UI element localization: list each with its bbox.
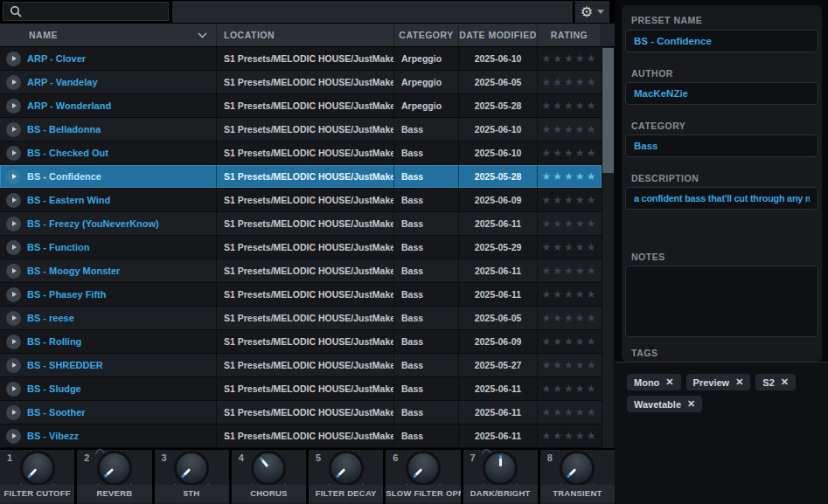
- play-preset-button[interactable]: [6, 335, 21, 349]
- search-box[interactable]: [3, 2, 169, 21]
- preset-rating-cell[interactable]: ★★★★★: [538, 330, 602, 353]
- preset-rating-cell[interactable]: ★★★★★: [538, 212, 602, 235]
- tag-chip[interactable]: Preview✕: [686, 374, 751, 390]
- column-header-category[interactable]: CATEGORY: [394, 24, 459, 46]
- preset-rating-cell[interactable]: ★★★★★: [538, 283, 602, 306]
- preset-rating-cell[interactable]: ★★★★★: [538, 236, 602, 259]
- preset-rating-cell[interactable]: ★★★★★: [538, 142, 602, 164]
- table-row[interactable]: BS - SludgeS1 Presets/MELODIC HOUSE/Just…: [0, 377, 602, 401]
- preset-name-cell: BS - Vibezz: [27, 425, 217, 447]
- play-preset-button[interactable]: [6, 405, 21, 420]
- notes-field[interactable]: [625, 266, 818, 337]
- list-scrollbar[interactable]: [602, 47, 614, 448]
- remove-tag-icon[interactable]: ✕: [687, 399, 695, 409]
- play-preset-button[interactable]: [6, 217, 21, 231]
- play-cell: [0, 425, 27, 447]
- secondary-search-input[interactable]: [172, 1, 573, 23]
- macro-knob[interactable]: [485, 453, 515, 483]
- author-label: AUTHOR: [631, 68, 673, 79]
- preset-rating-cell[interactable]: ★★★★★: [538, 94, 602, 117]
- macro-knob[interactable]: [23, 453, 52, 483]
- table-row[interactable]: BS - FunctionS1 Presets/MELODIC HOUSE/Ju…: [0, 236, 602, 259]
- preset-category-cell: Bass: [394, 118, 459, 141]
- play-preset-button[interactable]: [6, 146, 21, 161]
- preset-browser-window: ⚙ NAME LOCATION CATEGORY DATE MODIFIED R…: [0, 0, 828, 504]
- preset-rating-cell[interactable]: ★★★★★: [538, 165, 602, 188]
- preset-rating-cell[interactable]: ★★★★★: [538, 377, 602, 400]
- play-preset-button[interactable]: [6, 358, 21, 373]
- table-row[interactable]: BS - Checked OutS1 Presets/MELODIC HOUSE…: [0, 142, 602, 165]
- remove-tag-icon[interactable]: ✕: [665, 377, 673, 387]
- remove-tag-icon[interactable]: ✕: [735, 377, 743, 387]
- preset-rating-cell[interactable]: ★★★★★: [538, 401, 602, 424]
- search-input[interactable]: [27, 6, 168, 17]
- play-preset-button[interactable]: [6, 122, 21, 137]
- rating-stars-icon: ★★★★★: [542, 383, 598, 394]
- macro-number: 7: [470, 452, 476, 463]
- table-row[interactable]: BS - ConfidenceS1 Presets/MELODIC HOUSE/…: [0, 165, 602, 189]
- tag-chip[interactable]: Wavetable✕: [627, 396, 702, 412]
- author-field[interactable]: [625, 82, 818, 105]
- column-header-rating[interactable]: RATING: [538, 24, 602, 46]
- preset-rating-cell[interactable]: ★★★★★: [538, 425, 602, 447]
- remove-tag-icon[interactable]: ✕: [781, 377, 789, 387]
- table-row[interactable]: ARP - VandelayS1 Presets/MELODIC HOUSE/J…: [0, 71, 602, 94]
- play-preset-button[interactable]: [6, 287, 21, 302]
- preset-rating-cell[interactable]: ★★★★★: [538, 259, 602, 282]
- macro-knob[interactable]: [254, 453, 283, 483]
- table-row[interactable]: BS - BelladonnaS1 Presets/MELODIC HOUSE/…: [0, 118, 602, 142]
- table-row[interactable]: ARP - WonderlandS1 Presets/MELODIC HOUSE…: [0, 94, 602, 118]
- preset-rating-cell[interactable]: ★★★★★: [538, 307, 602, 329]
- secondary-search-box[interactable]: [172, 1, 573, 23]
- settings-button[interactable]: ⚙: [574, 1, 609, 23]
- preset-rating-cell[interactable]: ★★★★★: [538, 189, 602, 211]
- tag-chip[interactable]: S2✕: [755, 374, 796, 390]
- table-row[interactable]: BS - Moogy MonsterS1 Presets/MELODIC HOU…: [0, 259, 602, 283]
- play-preset-button[interactable]: [6, 311, 21, 326]
- play-preset-button[interactable]: [6, 99, 21, 114]
- table-row[interactable]: ARP - CloverS1 Presets/MELODIC HOUSE/Jus…: [0, 47, 602, 71]
- column-header-name[interactable]: NAME: [0, 24, 217, 46]
- column-header-date-modified[interactable]: DATE MODIFIED: [459, 24, 538, 46]
- macro-knob[interactable]: [562, 453, 592, 483]
- play-preset-button[interactable]: [6, 429, 21, 444]
- table-row[interactable]: BS - reeseS1 Presets/MELODIC HOUSE/JustM…: [0, 307, 602, 330]
- preset-category-cell: Bass: [394, 283, 459, 306]
- preset-rating-cell[interactable]: ★★★★★: [538, 71, 602, 93]
- knob-pointer-wrap: [556, 447, 598, 489]
- preset-rating-cell[interactable]: ★★★★★: [538, 118, 602, 141]
- category-field[interactable]: [625, 135, 818, 157]
- play-preset-button[interactable]: [6, 169, 21, 184]
- column-header-location[interactable]: LOCATION: [217, 24, 394, 46]
- preset-name-cell: BS - Rolling: [27, 330, 217, 353]
- knob-pointer-icon: [27, 468, 37, 479]
- play-preset-button[interactable]: [6, 382, 21, 397]
- play-preset-button[interactable]: [6, 193, 21, 208]
- macro-knob[interactable]: [177, 453, 206, 483]
- preset-name-field[interactable]: [625, 30, 818, 52]
- description-field[interactable]: [625, 187, 818, 210]
- scrollbar-thumb[interactable]: [602, 48, 614, 173]
- macro-knob[interactable]: [100, 453, 129, 483]
- table-row[interactable]: BS - RollingS1 Presets/MELODIC HOUSE/Jus…: [0, 330, 602, 354]
- knob-pointer-wrap: [170, 447, 212, 489]
- table-row[interactable]: BS - Eastern WindS1 Presets/MELODIC HOUS…: [0, 189, 602, 212]
- table-row[interactable]: BS - SHREDDERS1 Presets/MELODIC HOUSE/Ju…: [0, 354, 602, 377]
- search-icon: [10, 5, 22, 17]
- play-preset-button[interactable]: [6, 240, 21, 255]
- table-row[interactable]: BS - VibezzS1 Presets/MELODIC HOUSE/Just…: [0, 425, 602, 448]
- preset-location-cell: S1 Presets/MELODIC HOUSE/JustMakeMu: [217, 189, 394, 211]
- preset-category-cell: Bass: [394, 307, 459, 329]
- tag-chip[interactable]: Mono✕: [627, 374, 681, 390]
- preset-rating-cell[interactable]: ★★★★★: [538, 47, 602, 70]
- preset-rating-cell[interactable]: ★★★★★: [538, 354, 602, 376]
- table-row[interactable]: BS - Freezy (YouNeverKnow)S1 Presets/MEL…: [0, 212, 602, 236]
- macro-knob[interactable]: [331, 453, 361, 483]
- macro-knob[interactable]: [408, 453, 438, 483]
- play-preset-button[interactable]: [6, 52, 21, 66]
- table-row[interactable]: BS - SootherS1 Presets/MELODIC HOUSE/Jus…: [0, 401, 602, 425]
- preset-category-cell: Bass: [394, 259, 459, 282]
- play-preset-button[interactable]: [6, 75, 21, 90]
- table-row[interactable]: BS - Phasey FifthS1 Presets/MELODIC HOUS…: [0, 283, 602, 307]
- play-preset-button[interactable]: [6, 264, 21, 279]
